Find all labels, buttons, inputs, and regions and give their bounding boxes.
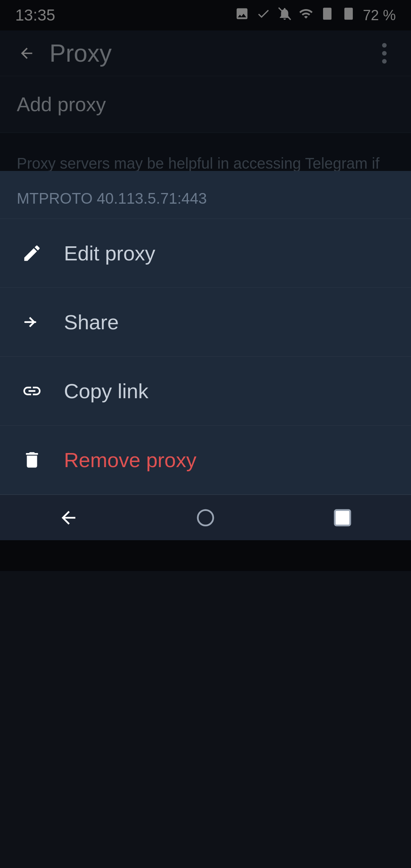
- nav-home-button[interactable]: [183, 495, 228, 541]
- edit-proxy-label: Edit proxy: [64, 241, 155, 265]
- share-icon: [17, 307, 47, 337]
- share-label: Share: [64, 310, 119, 334]
- link-icon: [17, 376, 47, 406]
- bottom-sheet-header: MTPROTO 40.113.5.71:443: [0, 171, 411, 219]
- nav-bar: [0, 495, 411, 540]
- remove-proxy-label: Remove proxy: [64, 448, 196, 472]
- svg-rect-3: [24, 321, 37, 323]
- edit-icon: [17, 238, 47, 268]
- svg-rect-5: [335, 510, 350, 525]
- bottom-sheet: MTPROTO 40.113.5.71:443 Edit proxy Share…: [0, 171, 411, 540]
- remove-proxy-item[interactable]: Remove proxy: [0, 426, 411, 495]
- copy-link-item[interactable]: Copy link: [0, 357, 411, 426]
- nav-back-button[interactable]: [46, 495, 91, 541]
- edit-proxy-item[interactable]: Edit proxy: [0, 219, 411, 288]
- svg-point-4: [198, 510, 213, 525]
- bottom-sheet-title: MTPROTO 40.113.5.71:443: [17, 190, 207, 207]
- copy-link-label: Copy link: [64, 379, 148, 403]
- trash-icon: [17, 445, 47, 475]
- nav-recent-button[interactable]: [320, 495, 365, 541]
- share-item[interactable]: Share: [0, 288, 411, 357]
